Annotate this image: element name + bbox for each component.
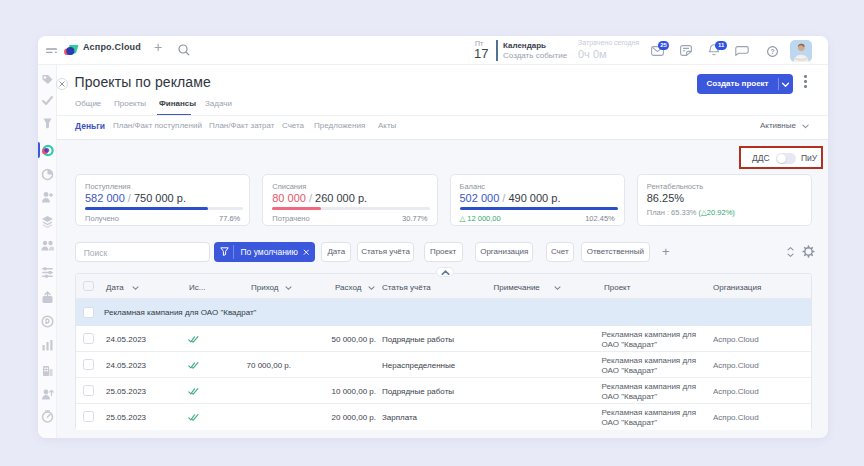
svg-text:?: ? — [770, 48, 774, 55]
